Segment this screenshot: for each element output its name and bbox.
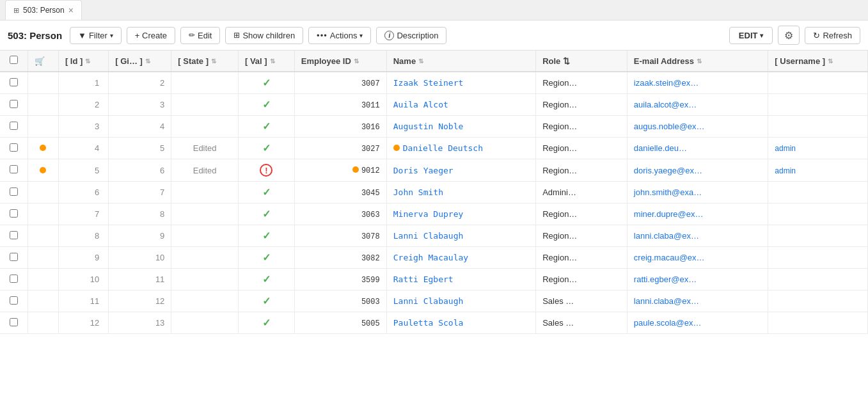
name-link[interactable]: Creigh Macaulay [393,253,468,262]
row-role: Sales … [536,312,627,334]
row-name[interactable]: Ratti Egbert [386,269,535,291]
row-role: Region… [536,94,627,116]
col-name[interactable]: Name ⇅ [386,51,535,72]
row-checkbox[interactable] [10,122,18,130]
row-email[interactable]: danielle.deu… [627,138,768,159]
pencil-icon: ✏ [189,31,195,40]
row-checkbox[interactable] [10,231,18,239]
name-link[interactable]: Auila Alcot [393,100,448,109]
row-number: 5 [58,159,108,182]
filter-button[interactable]: ▼ Filter ▾ [70,27,122,44]
name-link[interactable]: John Smith [393,187,443,197]
name-link[interactable]: Ratti Egbert [393,275,454,284]
email-link[interactable]: lanni.claba@ex… [634,296,699,306]
name-link[interactable]: Lanni Clabaugh [393,231,464,241]
row-email[interactable]: augus.noble@ex… [627,116,768,138]
row-email[interactable]: lanni.claba@ex… [627,291,768,312]
row-role: Region… [536,72,627,94]
email-link[interactable]: augus.noble@ex… [634,122,705,131]
row-checkbox[interactable] [10,318,18,326]
col-username[interactable]: [ Username ] ⇅ [768,51,868,72]
row-val: ! [238,159,294,182]
row-name[interactable]: Pauletta Scola [386,312,535,334]
cart-icon: 🛒 [35,56,45,66]
name-link[interactable]: Danielle Deutsch [403,143,483,153]
table-row: 23✓3011Auila AlcotRegion…auila.alcot@ex… [0,94,868,116]
row-name[interactable]: Lanni Clabaugh [386,291,535,312]
row-name[interactable]: Danielle Deutsch [386,138,535,159]
col-role[interactable]: Role ⇅ [536,51,627,72]
name-link[interactable]: Minerva Duprey [393,209,464,219]
email-link[interactable]: izaak.stein@ex… [634,78,698,88]
row-email[interactable]: creig.macau@ex… [627,247,768,269]
email-link[interactable]: danielle.deu… [634,143,687,153]
row-name[interactable]: John Smith [386,182,535,203]
show-children-button[interactable]: ⊞ Show children [225,27,303,44]
col-gid[interactable]: [ Gi… ] ⇅ [109,51,171,72]
row-email[interactable]: lanni.claba@ex… [627,225,768,247]
row-email[interactable]: paule.scola@ex… [627,312,768,334]
name-link[interactable]: Lanni Clabaugh [393,296,464,306]
row-checkbox[interactable] [10,100,18,108]
name-link[interactable]: Izaak Steinert [393,78,464,88]
name-link[interactable]: Augustin Noble [393,122,464,131]
row-checkbox[interactable] [10,275,18,283]
row-checkbox[interactable] [10,78,18,86]
row-checkbox[interactable] [10,253,18,261]
row-gid: 9 [109,225,171,247]
col-state[interactable]: [ State ] ⇅ [171,51,239,72]
row-email[interactable]: doris.yaege@ex… [627,159,768,182]
row-name[interactable]: Auila Alcot [386,94,535,116]
row-name[interactable]: Izaak Steinert [386,72,535,94]
row-email[interactable]: john.smith@exa… [627,182,768,203]
email-link[interactable]: auila.alcot@ex… [634,100,697,109]
edit-mode-button[interactable]: EDIT ▾ [729,27,773,44]
row-name[interactable]: Augustin Noble [386,116,535,138]
table-row: 67✓3045John SmithAdmini…john.smith@exa… [0,182,868,203]
row-dot-cell [28,72,58,94]
col-val[interactable]: [ Val ] ⇅ [238,51,294,72]
email-link[interactable]: john.smith@exa… [634,187,702,197]
row-state [171,182,239,203]
row-checkbox[interactable] [10,209,18,218]
row-employee-id: 5005 [294,312,386,334]
settings-button[interactable]: ⚙ [778,26,800,45]
email-link[interactable]: lanni.claba@ex… [634,231,699,241]
row-name[interactable]: Lanni Clabaugh [386,225,535,247]
create-button[interactable]: + Create [127,27,175,44]
row-gid: 5 [109,138,171,159]
col-email[interactable]: E-mail Address ⇅ [627,51,768,72]
tab-503-person[interactable]: ⊞ 503: Person × [5,0,82,20]
row-checkbox[interactable] [10,165,18,173]
actions-button[interactable]: ••• Actions ▾ [308,27,371,44]
select-all-header[interactable] [0,51,28,72]
tab-close-button[interactable]: × [68,6,74,15]
row-name[interactable]: Minerva Duprey [386,203,535,225]
row-email[interactable]: ratti.egber@ex… [627,269,768,291]
row-email[interactable]: auila.alcot@ex… [627,94,768,116]
email-link[interactable]: doris.yaege@ex… [634,166,702,175]
email-link[interactable]: paule.scola@ex… [634,318,702,328]
row-email[interactable]: izaak.stein@ex… [627,72,768,94]
row-name[interactable]: Doris Yaeger [386,159,535,182]
email-link[interactable]: ratti.egber@ex… [634,275,697,284]
description-button[interactable]: i Description [376,27,446,44]
valid-checkmark-icon: ✓ [262,187,271,198]
select-all-checkbox[interactable] [10,56,18,64]
row-checkbox[interactable] [10,296,18,305]
row-checkbox[interactable] [10,143,18,152]
row-email[interactable]: miner.dupre@ex… [627,203,768,225]
name-link[interactable]: Doris Yaeger [393,166,454,175]
col-employee-id[interactable]: Employee ID ⇅ [294,51,386,72]
row-checkbox[interactable] [10,187,18,196]
row-val: ✓ [238,182,294,203]
row-employee-id: 3063 [294,203,386,225]
edit-button[interactable]: ✏ Edit [180,27,220,44]
name-link[interactable]: Pauletta Scola [393,318,464,328]
email-link[interactable]: creig.macau@ex… [634,253,705,262]
refresh-button[interactable]: ↻ Refresh [805,27,860,44]
row-name[interactable]: Creigh Macaulay [386,247,535,269]
col-id[interactable]: [ Id ] ⇅ [58,51,108,72]
row-checkbox-cell [0,159,28,182]
email-link[interactable]: miner.dupre@ex… [634,209,704,219]
